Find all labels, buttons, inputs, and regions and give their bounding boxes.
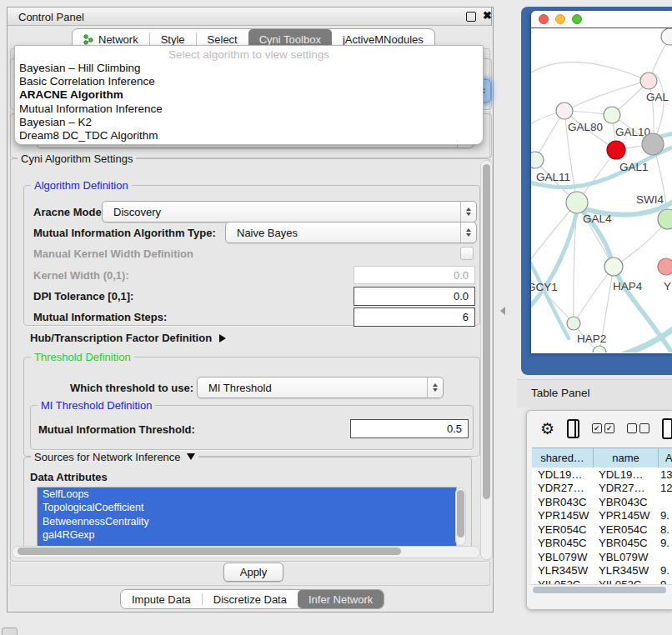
table-cell[interactable]: YDR27… [593,482,658,496]
network-canvas[interactable]: GALGAL80GAL10GAL1GAL11SWI4GAL4GCY1HAP4YH… [531,28,672,352]
network-node[interactable] [658,258,672,275]
manual-kernel-checkbox[interactable] [460,247,474,260]
table-cell[interactable] [658,550,672,564]
attribute-item[interactable]: TopologicalCoefficient [38,501,456,514]
kernel-width-field[interactable]: 0.0 [354,266,475,284]
table-row[interactable]: YDR27…YDR27…12 [532,482,672,496]
table-cell[interactable]: 9. [658,537,672,551]
window-minimize-button[interactable] [555,14,565,24]
table-row[interactable]: YBL079WYBL079W [532,550,672,564]
network-edge[interactable] [614,219,668,267]
hub-definition-toggle[interactable]: Hub/Transcription Factor Definition [30,332,226,344]
network-node[interactable] [642,133,664,155]
network-node[interactable] [658,209,672,229]
table-row[interactable]: YER054CYER054C8. [532,522,672,537]
dpi-tolerance-field[interactable]: 0.0 [354,287,475,306]
table-cell[interactable]: YBR045C [532,537,593,551]
table-cell[interactable]: YER054C [532,522,593,537]
algorithm-option[interactable]: Basic Correlation Inference [15,75,483,88]
table-cell[interactable]: 13 [658,468,672,482]
settings-hscrollbar-thumb[interactable] [18,548,401,555]
settings-hscrollbar[interactable] [12,546,480,558]
import-table-icon[interactable] [662,418,672,439]
table-cell[interactable]: YDL19… [532,468,593,482]
minimized-panel-button[interactable] [2,628,18,635]
table-cell[interactable] [658,495,672,509]
close-icon[interactable]: ✖ [483,9,492,22]
gear-icon[interactable]: ⚙ [540,421,554,437]
table-cell[interactable]: YBL079W [532,550,593,564]
splitter-collapse-arrow[interactable] [500,307,505,315]
aracne-mode-combo[interactable]: Discovery [102,201,477,222]
table-row[interactable]: YBR045CYBR045C9. [532,537,672,551]
table-row[interactable]: YLR345WYLR345W9. [532,564,672,578]
mi-threshold-field[interactable]: 0.5 [350,419,469,438]
network-edge-highlighted[interactable] [610,324,672,352]
algorithm-option[interactable]: Bayesian – Hill Climbing [15,62,483,75]
table-cell[interactable]: YPR145W [593,509,658,523]
table-cell[interactable]: 9. [658,564,672,578]
network-node[interactable] [604,107,620,123]
columns-icon[interactable] [567,419,579,438]
network-edge[interactable] [531,62,649,81]
window-close-button[interactable] [539,14,549,24]
network-node[interactable] [604,258,623,276]
mi-type-combo[interactable]: Naive Bayes [225,222,477,243]
mi-steps-field[interactable]: 6 [354,308,475,327]
network-node[interactable] [566,192,588,213]
sources-title[interactable]: Sources for Network Inference [31,451,198,463]
table-cell[interactable]: 9. [658,509,672,523]
network-node[interactable] [531,152,544,168]
network-node[interactable] [556,102,573,119]
algorithm-option[interactable]: Bayesian – K2 [15,116,483,129]
table-cell[interactable]: YDR27… [532,482,593,496]
table-cell[interactable]: YLR345W [532,564,593,578]
table-cell[interactable]: YLR345W [593,564,658,578]
table-cell[interactable]: 8. [658,522,672,537]
apply-button[interactable]: Apply [223,562,283,582]
algorithm-option[interactable]: ARACNE Algorithm [15,88,483,102]
table-hscrollbar[interactable] [530,584,672,595]
table-cell[interactable]: YBR043C [593,495,658,509]
window-zoom-button[interactable] [572,14,582,24]
select-all-checks-icon[interactable]: ✓✓ [592,423,614,433]
table-cell[interactable]: 12 [658,482,672,496]
table-cell[interactable]: YBL079W [593,550,658,564]
tab-infer-network[interactable]: Infer Network [298,590,384,608]
float-icon[interactable] [466,12,476,22]
settings-vscrollbar[interactable] [480,160,493,560]
network-node[interactable] [607,141,625,159]
network-node[interactable] [567,317,580,330]
which-threshold-combo[interactable]: MI Threshold [197,377,444,398]
table-cell[interactable]: YER054C [593,522,658,537]
settings-vscrollbar-thumb[interactable] [483,164,490,499]
tab-discretize-data[interactable]: Discretize Data [203,590,298,608]
table-hscrollbar-thumb[interactable] [533,587,666,593]
network-node[interactable] [640,72,657,89]
table-column-header[interactable]: name [593,448,658,468]
table-column-header[interactable]: shared… [532,448,593,468]
network-edge[interactable] [564,81,649,111]
table-cell[interactable]: YBR043C [532,495,593,509]
table-row[interactable]: YBR043CYBR043C [532,495,672,509]
table-row[interactable]: YPR145WYPR145W9. [532,509,672,523]
table-cell[interactable]: YDL19… [593,468,658,482]
network-node[interactable] [593,346,606,352]
deselect-all-checks-icon[interactable] [627,423,649,433]
table-row[interactable]: YDL19…YDL19…13 [532,468,672,482]
attributes-scrollbar[interactable] [455,488,466,546]
attribute-item[interactable]: SelfLoops [38,488,456,501]
attributes-scrollbar-thumb[interactable] [457,490,464,538]
table-cell[interactable]: YPR145W [532,509,593,523]
tab-impute-data[interactable]: Impute Data [121,590,202,608]
table-column-header[interactable]: A [658,448,672,468]
network-edge-highlighted[interactable] [531,207,578,322]
attribute-item[interactable]: gal4RGexp [38,528,456,542]
data-attributes-label: Data Attributes [30,471,108,483]
attribute-item[interactable]: BetweennessCentrality [38,515,456,528]
algorithm-option[interactable]: Mutual Information Inference [15,102,483,116]
algorithm-option[interactable]: Dream8 DC_TDC Algorithm [15,129,483,142]
network-node[interactable] [661,28,672,45]
table-cell[interactable]: YBR045C [593,537,658,551]
network-edge[interactable] [574,267,614,323]
